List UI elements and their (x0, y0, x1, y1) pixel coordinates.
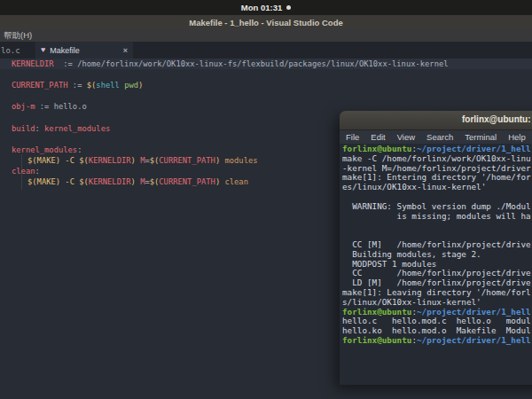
text-line: forlinx@ubuntu:~/project/driver/1_hell (342, 336, 532, 346)
terminal-menu-search[interactable]: Search (426, 132, 453, 142)
text-line (342, 221, 532, 231)
tab-hello-c-partial[interactable]: lo.c (0, 42, 20, 59)
text-line: is missing; modules will ha (342, 212, 532, 222)
makefile-file-icon: ♥ (41, 46, 45, 54)
terminal-body[interactable]: forlinx@ubuntu:~/project/driver/1_hellma… (340, 144, 532, 385)
text-line (12, 69, 449, 80)
ubuntu-top-panel: Mon 01:31 (0, 0, 532, 15)
menu-item-help[interactable]: 帮助(H) (0, 30, 35, 42)
tab-makefile[interactable]: ♥ Makefile × (35, 42, 133, 59)
clock[interactable]: Mon 01:31 (241, 3, 282, 12)
terminal-output[interactable]: forlinx@ubuntu:~/project/driver/1_hellma… (340, 144, 532, 346)
text-line (12, 90, 449, 101)
terminal-title: forlinx@ubuntu: (462, 114, 531, 124)
terminal-titlebar[interactable]: forlinx@ubuntu: (340, 111, 532, 130)
tab-hello-c-label: lo.c (1, 46, 20, 55)
tab-close-icon[interactable]: × (123, 46, 128, 55)
text-line: es/linux/OK10xx-linux-kernel' (342, 183, 532, 192)
terminal-window[interactable]: forlinx@ubuntu: FileEditViewSearchTermin… (340, 111, 532, 384)
text-line: KERNELDIR := /home/forlinx/work/OK10xx-l… (12, 59, 449, 69)
terminal-menu-terminal[interactable]: Terminal (465, 132, 497, 142)
vscode-titlebar: Makefile - 1_hello - Visual Studio Code (0, 15, 532, 29)
terminal-menubar: FileEditViewSearchTerminalHelp (340, 130, 532, 144)
screen: Mon 01:31 Makefile - 1_hello - Visual St… (0, 0, 532, 399)
terminal-menu-file[interactable]: File (346, 132, 359, 142)
tab-makefile-label: Makefile (50, 46, 122, 55)
terminal-menu-view[interactable]: View (397, 132, 415, 142)
vscode-menubar: 帮助(H) (0, 29, 532, 42)
status-indicator-icon[interactable] (286, 5, 291, 10)
text-line: CURRENT_PATH := $(shell pwd) (12, 80, 449, 90)
vscode-tabbar: lo.c ♥ Makefile × (0, 42, 532, 59)
terminal-menu-help[interactable]: Help (508, 132, 526, 142)
terminal-menu-edit[interactable]: Edit (371, 132, 385, 142)
vscode-window-title: Makefile - 1_hello - Visual Studio Code (189, 18, 343, 27)
